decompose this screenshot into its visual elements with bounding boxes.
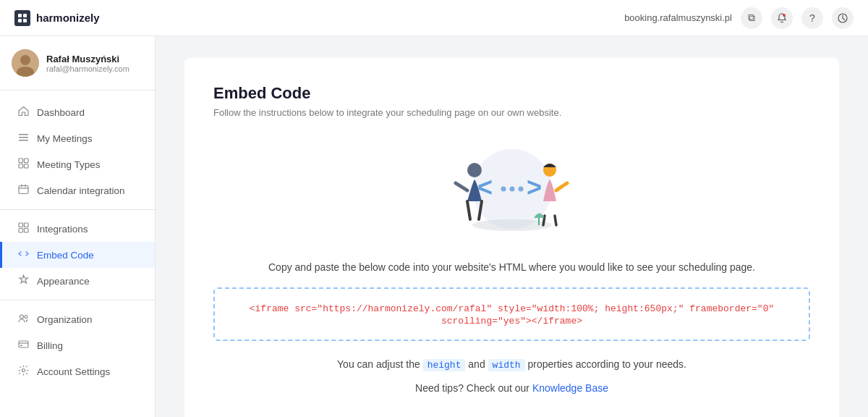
svg-point-4 (783, 14, 786, 17)
svg-rect-0 (18, 14, 22, 17)
sidebar-item-my-meetings[interactable]: My Meetings (0, 125, 155, 151)
sidebar-profile-info: Rafał Muszyński rafal@harmonizely.com (46, 54, 129, 73)
copy-instruction: Copy and paste the below code into your … (213, 261, 810, 273)
adjust-note: You can adjust the height and width prop… (213, 358, 810, 371)
svg-point-30 (509, 187, 514, 192)
settings-icon (17, 365, 30, 378)
kb-note: Need tips? Check out our Knowledge Base (213, 382, 810, 394)
svg-rect-16 (19, 186, 28, 194)
topbar-right: booking.rafalmuszynski.pl ⧉ ? (624, 7, 854, 29)
sidebar-item-appearance[interactable]: Appearance (0, 268, 155, 294)
embed-code-icon (17, 248, 30, 261)
app-logo: harmonizely (14, 10, 100, 26)
svg-rect-11 (19, 140, 28, 141)
billing-icon (17, 339, 30, 352)
svg-point-27 (472, 219, 552, 231)
organization-icon (17, 313, 30, 326)
meeting-types-icon (17, 158, 30, 171)
svg-text:>: > (527, 172, 542, 202)
integrations-icon (17, 222, 30, 235)
help-button[interactable]: ? (801, 7, 823, 29)
embed-code-illustration: < > (213, 140, 810, 241)
user-email: rafal@harmonizely.com (46, 64, 129, 73)
svg-point-33 (467, 163, 482, 177)
svg-point-21 (20, 315, 23, 319)
page-title: Embed Code (213, 84, 810, 103)
svg-rect-15 (24, 164, 28, 169)
adjust-height: height (423, 359, 466, 371)
kb-before: Need tips? Check out our (415, 382, 529, 394)
svg-rect-3 (23, 19, 27, 22)
svg-rect-20 (24, 229, 28, 233)
sidebar-item-dashboard[interactable]: Dashboard (0, 99, 155, 125)
sidebar-item-account-settings[interactable]: Account Settings (0, 358, 155, 384)
svg-point-22 (25, 316, 27, 319)
adjust-before: You can adjust the (337, 358, 420, 370)
calendar-icon (17, 184, 30, 197)
sidebar-item-billing-label: Billing (37, 340, 63, 351)
svg-rect-10 (19, 137, 28, 138)
adjust-after: properties according to your needs. (527, 358, 686, 370)
topbar: harmonizely booking.rafalmuszynski.pl ⧉ … (0, 0, 868, 36)
svg-rect-19 (19, 229, 23, 233)
svg-point-31 (518, 187, 523, 192)
sidebar-item-organization[interactable]: Organization (0, 306, 155, 332)
svg-rect-24 (20, 345, 22, 347)
sidebar-item-calendar-integration[interactable]: Calendar integration (0, 177, 155, 203)
svg-rect-17 (19, 223, 23, 227)
meetings-icon (17, 132, 30, 145)
main-content: Embed Code Follow the instructions below… (156, 36, 868, 417)
booking-url: booking.rafalmuszynski.pl (624, 12, 732, 23)
sidebar-item-appearance-label: Appearance (37, 276, 90, 287)
sidebar-item-my-meetings-label: My Meetings (37, 133, 93, 144)
svg-point-7 (20, 55, 30, 65)
nav-divider-2 (0, 300, 155, 300)
avatar (12, 49, 39, 77)
svg-point-29 (501, 187, 506, 192)
sidebar-item-account-settings-label: Account Settings (37, 366, 110, 377)
svg-rect-18 (24, 223, 28, 227)
svg-rect-2 (18, 19, 22, 22)
sidebar-item-integrations-label: Integrations (37, 224, 88, 235)
embed-code-box[interactable]: <iframe src="https://harmonizely.com/raf… (213, 287, 810, 341)
svg-rect-14 (19, 164, 23, 169)
sidebar-item-billing[interactable]: Billing (0, 332, 155, 358)
knowledge-base-link[interactable]: Knowledge Base (532, 382, 608, 394)
sidebar-item-dashboard-label: Dashboard (37, 107, 85, 118)
sidebar-profile: Rafał Muszyński rafal@harmonizely.com (0, 36, 155, 90)
svg-rect-1 (23, 14, 27, 17)
sidebar-item-meeting-types-label: Meeting Types (37, 159, 101, 170)
svg-rect-12 (19, 159, 23, 163)
page-subtitle: Follow the instructions below to integra… (213, 107, 810, 118)
sidebar-item-embed-code-label: Embed Code (37, 250, 94, 261)
svg-rect-23 (19, 341, 28, 348)
svg-rect-13 (24, 159, 28, 163)
svg-rect-9 (19, 134, 28, 135)
sidebar-item-calendar-label: Calendar integration (37, 185, 125, 196)
nav-divider-1 (0, 209, 155, 210)
logout-button[interactable] (832, 7, 854, 29)
copy-url-button[interactable]: ⧉ (741, 7, 762, 29)
sidebar-item-organization-label: Organization (37, 314, 93, 325)
svg-point-25 (22, 369, 25, 372)
sidebar-item-meeting-types[interactable]: Meeting Types (0, 151, 155, 177)
appearance-icon (17, 274, 30, 287)
embed-code: <iframe src="https://harmonizely.com/raf… (250, 303, 775, 327)
home-icon (17, 106, 30, 119)
content-card: Embed Code Follow the instructions below… (184, 58, 839, 417)
sidebar: Rafał Muszyński rafal@harmonizely.com Da… (0, 36, 156, 417)
sidebar-item-integrations[interactable]: Integrations (0, 216, 155, 242)
sidebar-item-embed-code[interactable]: Embed Code (0, 242, 155, 268)
adjust-width: width (488, 359, 525, 371)
app-name: harmonizely (36, 12, 100, 24)
logo-icon (14, 10, 30, 26)
sidebar-nav: Dashboard My Meetings (0, 90, 155, 416)
notifications-button[interactable] (771, 7, 793, 29)
adjust-and: and (468, 358, 485, 370)
user-name: Rafał Muszyński (46, 54, 129, 64)
